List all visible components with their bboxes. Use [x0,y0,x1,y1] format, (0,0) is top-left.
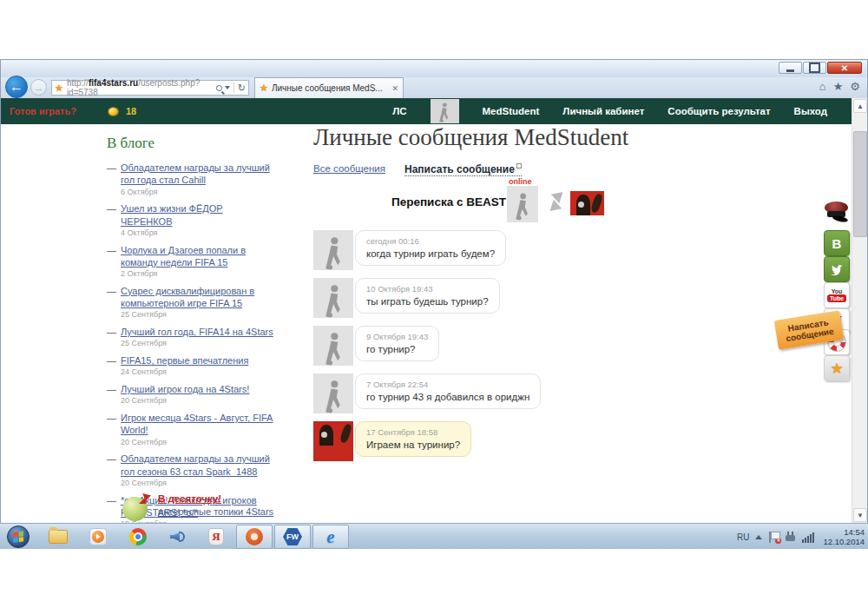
network-signal-icon[interactable] [802,532,814,543]
youtube-icon[interactable]: You Tube [824,282,850,308]
forward-button[interactable]: → [30,79,47,96]
sender-avatar[interactable] [313,278,353,318]
ready-to-play-link[interactable]: Готов играть? [10,106,76,116]
medstudent-avatar[interactable] [507,186,538,222]
power-plug-icon[interactable] [786,532,796,543]
maximize-button[interactable] [803,62,826,74]
action-center-flag-icon[interactable]: ✕ [768,532,779,543]
tab-close-icon[interactable]: ✕ [391,84,398,93]
blog-link[interactable]: Обладателем награды за лучший гол сезона… [121,453,270,476]
twitter-icon[interactable] [824,256,850,282]
external-link-icon [516,163,522,169]
promo-title-link[interactable]: В десяточку! [158,493,273,504]
nav-item-cabinet[interactable]: Личный кабинет [562,106,644,116]
refresh-icon[interactable]: ↻ [238,83,246,94]
taskbar-yandex-button[interactable]: Я [205,526,227,547]
nav-item-username[interactable]: MedStudent [483,106,540,116]
blog-date: 20 Сентября [121,396,277,406]
message-row: 17 Сентября 18:58 Играем на туринир? [313,421,687,461]
blog-item: Лучший игрок года на 4Stars!20 Сентября [107,383,277,406]
blog-link[interactable]: Обладателем награды за лучший гол года с… [121,162,270,185]
blog-date: 2 Октября [121,269,277,280]
sender-avatar[interactable] [313,230,353,270]
blog-link[interactable]: Лучший гол года, FIFA14 на 4Stars [121,327,273,337]
blog-item: Обладателем награды за лучший гол года с… [107,162,277,197]
twitter-bird-icon [830,264,844,275]
start-button[interactable] [7,525,30,548]
message-bubble: сегодня 00:16 когда турнир играть будем? [355,230,506,266]
home-icon[interactable]: ⌂ [819,80,826,93]
blog-title: В блоге [107,135,277,152]
blog-date: 20 Сентября [121,479,277,489]
scroll-up-icon[interactable]: ▲ [853,99,867,113]
search-icon[interactable] [216,85,222,91]
message-text: Играем на туринир? [366,439,460,450]
all-messages-link[interactable]: Все сообщения [313,163,385,174]
url-text: http://fifa4stars.ru/userposts.php?id=57… [67,78,216,97]
media-player-icon [89,528,107,545]
blog-link[interactable]: Ушел из жизни ФЁДОР ЧЕРЕНКОВ [121,203,223,226]
star-rating-icon[interactable]: ★ [824,355,850,381]
chevron-down-icon[interactable] [225,86,230,89]
sender-avatar[interactable] [313,326,353,366]
page-title: Личные сообщения MedStudent [313,124,687,151]
blog-link[interactable]: Лучший игрок года на 4Stars! [121,384,249,394]
user-avatar[interactable] [431,99,459,123]
nav-item-report-result[interactable]: Сообщить результат [667,106,770,116]
nav-item-ls[interactable]: ЛС [392,106,406,116]
tab-title: Личные сообщения MedS... [272,83,389,93]
message-time: 9 Октября 19:43 [366,332,428,341]
coin-count: 18 [126,106,136,116]
taskbar-media-player-button[interactable] [87,526,109,547]
taskbar-ie-button[interactable]: e [312,525,349,549]
favorites-star-icon[interactable]: ★ [833,80,844,93]
sender-avatar[interactable] [313,373,353,413]
blog-item: Чорлука и Дзагоев попали в команду недел… [107,244,277,280]
language-indicator[interactable]: RU [737,532,749,542]
promo-subtitle-link[interactable]: интересные топики 4Stars [158,506,273,517]
player-silhouette-icon [511,190,533,222]
close-button[interactable]: ✕ [827,62,862,74]
taskbar-chrome-button[interactable] [127,526,149,547]
title-bar[interactable]: ✕ [1,60,867,77]
beast-sender-avatar[interactable] [313,421,353,461]
show-hidden-icons-icon[interactable] [755,535,762,539]
taskbar-origin-button[interactable] [236,525,273,549]
scrollbar-thumb[interactable] [853,131,867,237]
back-button[interactable]: ← [5,76,28,98]
military-cap-icon[interactable] [824,199,850,225]
blog-link[interactable]: FIFA15, первые впечатления [121,355,248,366]
blog-sidebar: В блоге Обладателем награды за лучший го… [107,135,277,523]
coin-icon [108,107,119,116]
browser-window: ✕ ← → ★ http://fifa4stars.ru/userposts.p… [0,59,868,523]
message-text: ты играть будешь турнир? [366,296,489,307]
address-bar[interactable]: ★ http://fifa4stars.ru/userposts.php?id=… [51,80,249,96]
tab-favicon-icon: ★ [260,83,268,94]
vk-icon[interactable]: В [824,230,850,256]
player-silhouette-icon [434,102,454,123]
yandex-shield-icon: Я [208,528,224,545]
settings-gear-icon[interactable]: ⚙ [850,80,860,93]
fifa-world-icon: FW [283,528,302,545]
message-bubble: 9 Октября 19:43 го турнир? [355,326,439,361]
page-scrollbar[interactable]: ▲ ▼ [852,98,867,523]
nav-item-logout[interactable]: Выход [794,106,827,116]
tray-clock[interactable]: 14:54 12.10.2014 [823,527,865,547]
blog-link[interactable]: Суарес дисквалифицирован в компьютерной … [121,286,254,308]
taskbar-fifa-world-button[interactable]: FW [274,525,311,549]
write-message-link[interactable]: Написать сообщение [404,163,522,176]
message-text: го турнир? [366,344,428,354]
conversation-title: Переписка с BEAST [391,195,506,208]
message-bubble-highlighted: 17 Сентября 18:58 Играем на туринир? [355,421,471,457]
browser-tab[interactable]: ★ Личные сообщения MedS... ✕ [254,77,404,98]
player-silhouette-icon [319,331,347,366]
taskbar-explorer-button[interactable] [47,526,69,547]
scroll-down-icon[interactable]: ▼ [853,508,867,522]
taskbar-volume-button[interactable] [167,526,189,547]
beast-avatar[interactable] [570,191,604,215]
minimize-button[interactable] [779,62,802,74]
blog-link[interactable]: Чорлука и Дзагоев попали в команду недел… [121,245,246,268]
player-silhouette-icon [319,379,347,413]
blog-link[interactable]: Игрок месяца 4Stars - Август, FIFA World… [121,413,273,435]
blog-item: FIFA15, первые впечатления24 Сентября [107,354,277,378]
